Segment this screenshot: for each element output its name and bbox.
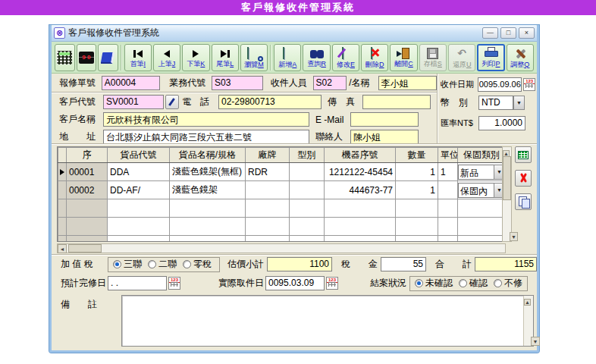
grid-horizontal-scrollbar[interactable]: ◄ <box>57 243 506 253</box>
exit-button[interactable]: 離開C <box>390 44 417 71</box>
warranty-combobox[interactable]: 新品▼ <box>458 165 505 180</box>
table-row[interactable]: 00002 DD-AF/ 淺藍色鏡架 444673-77 1 保固內▼ <box>58 181 506 199</box>
query-button[interactable]: 查詢R <box>303 44 330 71</box>
exchange-rate-field[interactable]: 1.0000 <box>478 116 525 130</box>
vat-option-zerotax[interactable]: 零稅 <box>183 258 212 271</box>
modify-button[interactable]: 修改E <box>332 44 359 71</box>
flipclock-button[interactable]: 9 0 <box>77 44 97 71</box>
sales-code-field[interactable]: S03 <box>212 76 263 90</box>
scroll-up-icon[interactable]: ▲ <box>524 299 531 306</box>
memo-scrollbar[interactable]: ▲ ▼ <box>523 296 533 346</box>
browse-button[interactable]: 瀏覽M <box>240 44 268 71</box>
contact-label: 聯絡人 <box>315 130 350 143</box>
repair-no-field[interactable]: A00004 <box>102 76 160 90</box>
grid-header-row: 序 貨品代號 貨品名稱/規格 廠牌 型別 機器序號 數量 單位 保固類別 <box>58 148 506 163</box>
receive-date-calendar-icon[interactable] <box>523 78 535 91</box>
flipclock-icon: 9 0 <box>79 52 94 64</box>
app-icon: ⊗ <box>54 27 65 39</box>
scrollbar-thumb[interactable] <box>503 156 511 200</box>
customer-code-field[interactable]: SV0001 <box>103 95 164 109</box>
expected-date-field[interactable]: . . <box>108 276 167 290</box>
save-icon <box>427 48 438 59</box>
grid-vertical-scrollbar[interactable]: ▲ ▼ <box>502 146 512 242</box>
tax-field[interactable]: 55 <box>381 257 426 271</box>
table-row[interactable]: 00001 DDA 淺藍色鏡架(無框) RDR 1212122-45454 1 … <box>58 163 506 181</box>
window-title: 客戶報修收件管理系統 <box>68 27 482 39</box>
address-field[interactable]: 台北縣汐止鎮大同路三段六五巷二號 <box>103 130 309 144</box>
last-icon <box>218 49 233 59</box>
radio-icon[interactable] <box>113 260 121 268</box>
expected-date-calendar-icon[interactable] <box>168 277 180 290</box>
actual-date-field[interactable]: 0095.03.09 <box>265 276 325 290</box>
calculator-button[interactable] <box>55 44 75 71</box>
radio-icon[interactable] <box>415 279 423 287</box>
total-field[interactable]: 1155 <box>475 257 537 271</box>
toolbar-separator <box>121 45 122 71</box>
delete-row-button[interactable] <box>515 170 532 187</box>
first-icon <box>130 49 146 59</box>
book-icon <box>101 52 115 64</box>
sales-code-label: 業務代號 <box>169 77 212 89</box>
receiver-field[interactable]: S02 <box>313 76 347 90</box>
grid-view-button[interactable] <box>515 146 532 163</box>
customer-lookup-button[interactable] <box>165 95 179 109</box>
receiver-name-field[interactable]: 李小姐 <box>378 76 437 90</box>
table-row[interactable] <box>58 236 506 243</box>
status-option-confirmed[interactable]: 確認 <box>459 277 488 290</box>
currency-dropdown-icon[interactable]: ▼ <box>513 96 525 110</box>
minimize-button[interactable]: — <box>482 27 498 39</box>
close-button[interactable]: × <box>519 27 535 39</box>
add-button[interactable]: 新增A <box>274 44 301 71</box>
lookup-icon <box>168 98 175 106</box>
save-button[interactable]: 存檔S <box>419 44 447 71</box>
table-row[interactable] <box>58 218 506 236</box>
contact-field[interactable]: 陳小姐 <box>350 130 419 144</box>
prev-record-button[interactable]: 上筆J <box>153 44 180 71</box>
adjust-button[interactable]: 調整Q <box>507 44 534 71</box>
status-option-norepair[interactable]: 不修 <box>494 277 522 290</box>
memo-label: 備 註 <box>61 298 105 311</box>
vat-option-triplicate[interactable]: 三聯 <box>113 258 142 271</box>
subtotal-label: 估價小計 <box>227 258 267 271</box>
subtotal-field[interactable]: 1100 <box>267 257 332 271</box>
memo-field[interactable]: ▲ ▼ <box>121 295 534 347</box>
currency-field[interactable]: NTD <box>478 96 513 110</box>
fax-field[interactable] <box>362 95 431 109</box>
vat-option-duplicate[interactable]: 二聯 <box>148 258 177 271</box>
radio-icon[interactable] <box>459 279 467 287</box>
vat-radio-group: 三聯 二聯 零稅 <box>108 257 220 272</box>
receive-date-field[interactable]: 0095.09.06 <box>478 77 522 92</box>
page-title: 客戶報修收件管理系統 <box>241 1 355 14</box>
scrollbar-thumb[interactable] <box>68 244 102 253</box>
window-titlebar[interactable]: ⊗ 客戶報修收件管理系統 — □ × <box>52 25 537 42</box>
book-button[interactable] <box>98 44 118 71</box>
repair-no-label: 報修單號 <box>59 77 102 89</box>
actual-date-calendar-icon[interactable] <box>326 277 338 290</box>
undo-button[interactable]: ↶ 還原U <box>448 44 475 71</box>
first-record-button[interactable]: 首筆I <box>124 44 152 71</box>
current-row-marker <box>58 163 67 181</box>
copy-row-button[interactable] <box>515 193 532 210</box>
next-icon <box>188 49 203 59</box>
prev-icon <box>159 49 174 59</box>
customer-name-field[interactable]: 元欣科技有限公司 <box>103 112 309 127</box>
email-field[interactable] <box>350 112 419 127</box>
radio-icon[interactable] <box>148 260 156 268</box>
email-label: E -Mail <box>315 115 350 125</box>
last-record-button[interactable]: 尾筆L <box>212 44 239 71</box>
warranty-combobox[interactable]: 保固內▼ <box>458 183 505 198</box>
next-record-button[interactable]: 下筆K <box>182 44 209 71</box>
phone-field[interactable]: 02-29800713 <box>218 95 322 109</box>
print-button[interactable]: 列印P <box>477 44 504 71</box>
page-title-bar: 客戶報修收件管理系統 <box>0 0 596 15</box>
radio-icon[interactable] <box>183 260 191 268</box>
receive-date-label: 收件日期 <box>441 79 478 90</box>
restore-button[interactable]: □ <box>500 27 516 39</box>
scroll-down-icon[interactable]: ▼ <box>510 232 518 241</box>
table-row[interactable] <box>58 199 506 218</box>
radio-icon[interactable] <box>494 279 502 287</box>
status-option-unconfirmed[interactable]: 未確認 <box>415 277 453 290</box>
scroll-down-icon[interactable]: ▼ <box>531 337 540 346</box>
delete-button[interactable]: 刪除D <box>361 44 388 71</box>
scroll-left-icon[interactable]: ◄ <box>58 244 67 253</box>
